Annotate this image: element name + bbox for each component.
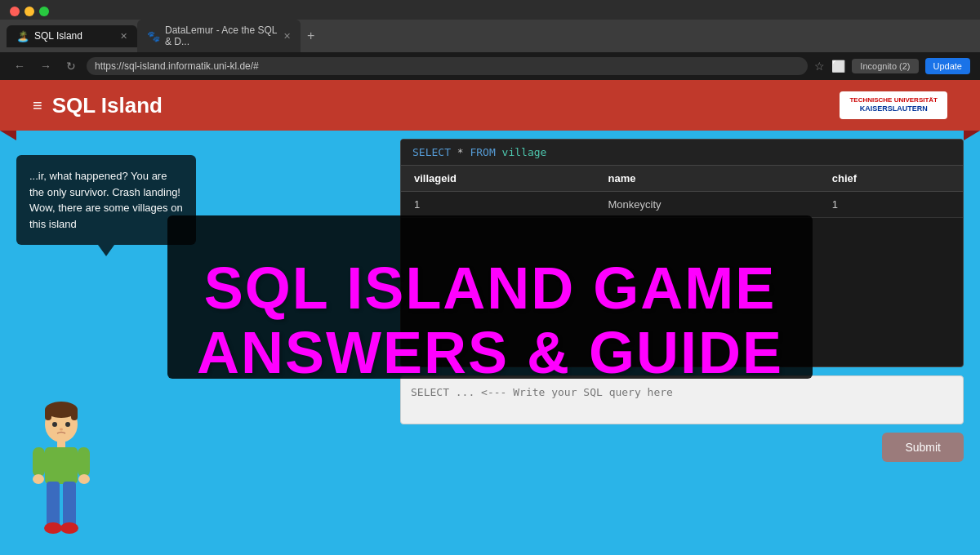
traffic-lights: [0, 0, 980, 20]
cell-chief: 1: [819, 192, 963, 218]
header-banner: ≡ SQL Island TECHNISCHE UNIVERSITÄT KAIS…: [0, 80, 980, 131]
sql-input[interactable]: [400, 375, 964, 424]
cell-villageid: 1: [401, 192, 595, 218]
tab-icon-sql-island: 🏝️: [16, 30, 29, 42]
svg-rect-2: [45, 408, 51, 420]
tab-close-datalemur[interactable]: ✕: [283, 31, 291, 42]
tab-close-sql-island[interactable]: ✕: [120, 31, 127, 42]
svg-point-4: [52, 422, 57, 427]
svg-point-6: [60, 428, 63, 431]
svg-rect-8: [45, 447, 78, 484]
header-icon: ≡: [33, 96, 42, 115]
url-input[interactable]: [87, 57, 808, 75]
ribbon-right: [964, 131, 980, 140]
svg-rect-3: [71, 408, 78, 420]
maximize-button[interactable]: [39, 7, 49, 16]
sql-star: *: [457, 146, 470, 158]
table-row: 1 Monkeycity 1: [401, 192, 963, 218]
sql-select-keyword: SELECT: [412, 146, 451, 158]
logo-bottom-text: KAISERSLAUTERN: [849, 104, 938, 114]
col-name: name: [595, 166, 819, 192]
tab-bar: 🏝️ SQL Island ✕ 🐾 DataLemur - Ace the SQ…: [0, 20, 980, 52]
col-chief: chief: [819, 166, 963, 192]
university-logo: TECHNISCHE UNIVERSITÄT KAISERSLAUTERN: [840, 91, 947, 119]
close-button[interactable]: [10, 7, 20, 16]
address-bar: ← → ↻ ☆ ⬜ Incognito (2) Update: [0, 52, 980, 80]
page-content: ≡ SQL Island TECHNISCHE UNIVERSITÄT KAIS…: [0, 80, 980, 555]
svg-point-15: [44, 522, 62, 534]
header-title: SQL Island: [52, 93, 163, 118]
story-arrow: [98, 245, 114, 256]
svg-rect-9: [33, 447, 45, 477]
logo-top-text: TECHNISCHE UNIVERSITÄT: [849, 96, 938, 104]
forward-button[interactable]: →: [36, 58, 56, 74]
tab-label-sql-island: SQL Island: [34, 30, 82, 42]
extensions-icon[interactable]: ⬜: [831, 60, 845, 73]
result-table: villageid name chief 1 Monkeycity 1: [401, 166, 963, 218]
incognito-button[interactable]: Incognito (2): [852, 59, 918, 73]
svg-rect-14: [63, 482, 76, 526]
browser-chrome: 🏝️ SQL Island ✕ 🐾 DataLemur - Ace the SQ…: [0, 0, 980, 80]
tab-sql-island[interactable]: 🏝️ SQL Island ✕: [7, 25, 137, 47]
svg-rect-13: [47, 482, 60, 526]
update-button[interactable]: Update: [925, 58, 970, 74]
ribbon-left: [0, 131, 16, 140]
sql-query-header: SELECT * FROM village: [401, 140, 963, 166]
tab-label-datalemur: DataLemur - Ace the SQL & D...: [165, 24, 278, 47]
character: [24, 400, 98, 547]
submit-button[interactable]: Submit: [882, 433, 964, 462]
cell-name: Monkeycity: [595, 192, 819, 218]
bookmark-icon[interactable]: ☆: [814, 60, 825, 73]
sql-from-keyword: FROM: [470, 146, 495, 158]
tab-datalemur[interactable]: 🐾 DataLemur - Ace the SQL & D... ✕: [137, 20, 301, 52]
table-header-row: villageid name chief: [401, 166, 963, 192]
story-text: ...ir, what happened? You are the only s…: [29, 170, 183, 230]
reload-button[interactable]: ↻: [62, 58, 80, 74]
sql-table-name: village: [502, 146, 547, 158]
svg-point-16: [60, 522, 78, 534]
col-villageid: villageid: [401, 166, 595, 192]
header-left: ≡ SQL Island: [33, 93, 163, 118]
new-tab-button[interactable]: +: [301, 25, 321, 47]
tab-icon-datalemur: 🐾: [147, 30, 160, 42]
overlay-background: [167, 215, 813, 379]
svg-point-5: [65, 422, 70, 427]
svg-rect-10: [78, 447, 90, 477]
back-button[interactable]: ←: [10, 58, 29, 74]
svg-point-12: [78, 474, 90, 484]
minimize-button[interactable]: [24, 7, 34, 16]
character-svg: [24, 400, 98, 547]
svg-point-11: [33, 474, 44, 484]
